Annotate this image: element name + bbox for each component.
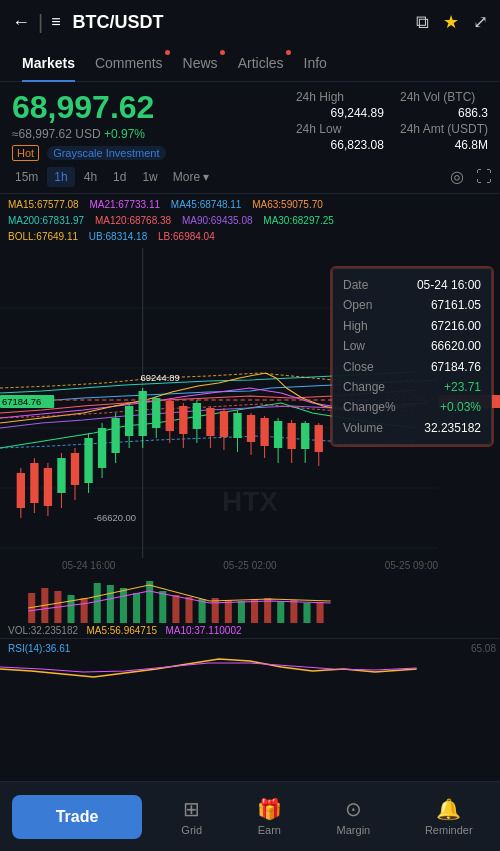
tab-news[interactable]: News (173, 44, 228, 82)
tooltip-row-low: Low 66620.00 (343, 336, 481, 356)
svg-rect-78 (225, 600, 232, 623)
price-section: 68,997.62 ≈68,997.62 USD +0.97% Hot Gray… (0, 82, 500, 160)
tooltip-row-changepct: Change% +0.03% (343, 397, 481, 417)
svg-rect-70 (120, 588, 127, 623)
price-stats: 24h High 24h Vol (BTC) 69,244.89 686.3 2… (296, 90, 488, 152)
svg-rect-13 (57, 458, 65, 493)
tooltip-row-volume: Volume 32.235182 (343, 418, 481, 438)
reminder-label: Reminder (425, 824, 473, 836)
svg-rect-15 (71, 453, 79, 485)
ma200-indicator: MA200:67831.97 (8, 215, 84, 226)
earn-icon: 🎁 (257, 797, 282, 821)
ma45-indicator: MA45:68748.11 (171, 199, 242, 210)
reminder-icon: 🔔 (436, 797, 461, 821)
tab-bar: Markets Comments News Articles Info (0, 44, 500, 82)
svg-rect-41 (247, 415, 255, 442)
fullscreen-icon[interactable]: ⛶ (476, 168, 492, 186)
price-usd: ≈68,997.62 USD +0.97% (12, 127, 286, 141)
low-label: 24h Low (296, 122, 384, 136)
top-bar-right: ⧉ ★ ⤢ (416, 11, 488, 33)
main-price: 68,997.62 (12, 90, 286, 125)
svg-rect-75 (185, 597, 192, 623)
tab-markets[interactable]: Markets (12, 44, 85, 82)
tf-1w[interactable]: 1w (135, 167, 164, 187)
svg-rect-71 (133, 593, 140, 623)
svg-rect-74 (172, 595, 179, 623)
high-value: 69,244.89 (296, 106, 384, 120)
tab-dot (220, 50, 225, 55)
nav-reminder[interactable]: 🔔 Reminder (425, 797, 473, 836)
hot-row: Hot Grayscale Investment (12, 145, 286, 161)
ma30-indicator: MA30:68297.25 (263, 215, 334, 226)
ma90-indicator: MA90:69435.08 (182, 215, 253, 226)
ma63-indicator: MA63:59075.70 (252, 199, 323, 210)
svg-text:-66620.00: -66620.00 (94, 513, 136, 523)
svg-rect-35 (206, 408, 214, 436)
svg-rect-79 (238, 601, 245, 623)
vol-ma-row: VOL:32.235182 MA5:56.964715 MA10:37.1100… (0, 623, 500, 638)
bottom-nav: Trade ⊞ Grid 🎁 Earn ⊙ Margin 🔔 Reminder (0, 781, 500, 851)
margin-label: Margin (337, 824, 371, 836)
tooltip-change-value: +23.71 (444, 377, 481, 397)
svg-rect-27 (152, 398, 160, 428)
ma-indicators: MA15:67577.08 MA21:67733.11 MA45:68748.1… (0, 194, 500, 248)
chart-area[interactable]: 67330.62 66467.91 153.39 67184.76 69244.… (0, 248, 500, 558)
svg-rect-82 (277, 601, 284, 623)
svg-rect-51 (315, 425, 323, 452)
tf-4h[interactable]: 4h (77, 167, 104, 187)
indicator-icon[interactable]: ◎ (450, 167, 464, 186)
high-label: 24h High (296, 90, 384, 104)
svg-rect-23 (125, 406, 133, 436)
tooltip-open-label: Open (343, 295, 372, 315)
rsi-value: RSI(14):36.61 (8, 643, 70, 654)
volume-chart (8, 573, 492, 623)
svg-rect-21 (111, 418, 119, 453)
ma15-indicator: MA15:67577.08 (8, 199, 79, 210)
tooltip-row-open: Open 67161.05 (343, 295, 481, 315)
vol-label: VOL:32.235182 (8, 625, 78, 636)
svg-rect-73 (159, 591, 166, 623)
tab-comments[interactable]: Comments (85, 44, 173, 82)
svg-rect-77 (212, 598, 219, 623)
tooltip-changepct-label: Change% (343, 397, 396, 417)
svg-rect-67 (81, 598, 88, 623)
tf-1d[interactable]: 1d (106, 167, 133, 187)
tooltip-open-value: 67161.05 (431, 295, 481, 315)
share-icon[interactable]: ⤢ (473, 11, 488, 33)
tab-articles[interactable]: Articles (228, 44, 294, 82)
svg-rect-29 (166, 401, 174, 431)
menu-icon[interactable]: ≡ (51, 13, 60, 31)
vol-btc-label: 24h Vol (BTC) (400, 90, 488, 104)
nav-margin[interactable]: ⊙ Margin (337, 797, 371, 836)
svg-rect-7 (17, 473, 25, 508)
lb-indicator: LB:66984.04 (158, 231, 215, 242)
watermark: HTX (222, 486, 278, 518)
time-labels: 05-24 16:00 05-25 02:00 05-25 09:00 (0, 558, 500, 573)
svg-rect-80 (251, 599, 258, 623)
copy-icon[interactable]: ⧉ (416, 12, 429, 33)
tab-dot (165, 50, 170, 55)
back-button[interactable]: ← (12, 12, 30, 33)
svg-rect-43 (260, 418, 268, 446)
tab-dot (286, 50, 291, 55)
tf-1h[interactable]: 1h (47, 167, 74, 187)
trade-button[interactable]: Trade (12, 795, 142, 839)
svg-rect-31 (179, 406, 187, 434)
svg-rect-37 (220, 411, 228, 437)
svg-rect-47 (288, 423, 296, 449)
tab-info[interactable]: Info (294, 44, 337, 82)
star-icon[interactable]: ★ (443, 11, 459, 33)
tooltip-change-label: Change (343, 377, 385, 397)
tooltip-high-value: 67216.00 (431, 316, 481, 336)
svg-rect-17 (84, 438, 92, 483)
top-bar: ← | ≡ BTC/USDT ⧉ ★ ⤢ (0, 0, 500, 44)
svg-text:69244.89: 69244.89 (141, 373, 180, 383)
nav-grid[interactable]: ⊞ Grid (181, 797, 202, 836)
nav-earn[interactable]: 🎁 Earn (257, 797, 282, 836)
tooltip-row-date: Date 05-24 16:00 (343, 275, 481, 295)
tf-15m[interactable]: 15m (8, 167, 45, 187)
grayscale-tag[interactable]: Grayscale Investment (47, 146, 165, 160)
svg-text:67184.76: 67184.76 (2, 397, 41, 407)
tooltip-close-value: 67184.76 (431, 357, 481, 377)
more-button[interactable]: More ▾ (167, 167, 216, 187)
